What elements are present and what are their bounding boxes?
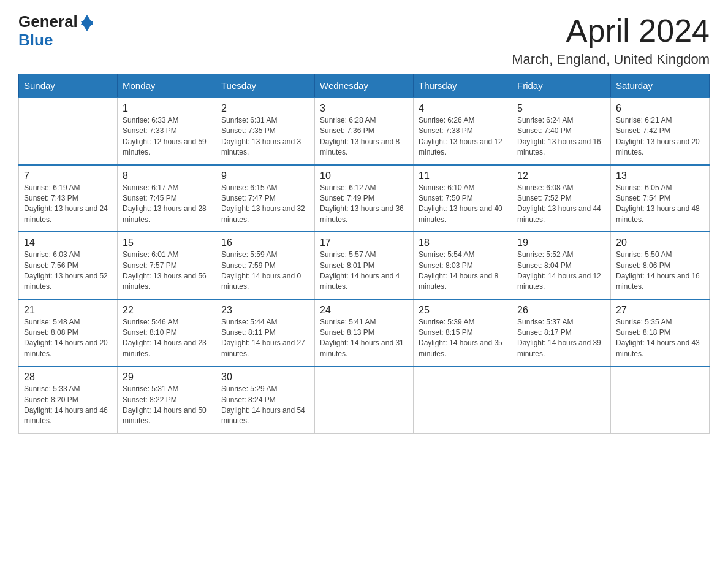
day-header-thursday: Thursday [414, 74, 512, 98]
week-row-4: 21Sunrise: 5:48 AM Sunset: 8:08 PM Dayli… [19, 299, 710, 367]
day-number: 14 [24, 237, 112, 248]
page-header: General Blue April 2024 March, England, … [18, 12, 710, 67]
calendar-cell: 30Sunrise: 5:29 AM Sunset: 8:24 PM Dayli… [216, 366, 315, 433]
day-number: 6 [616, 103, 704, 114]
calendar-cell: 19Sunrise: 5:52 AM Sunset: 8:04 PM Dayli… [512, 232, 611, 299]
day-number: 24 [320, 305, 408, 316]
day-info: Sunrise: 6:10 AM Sunset: 7:50 PM Dayligh… [419, 183, 507, 226]
calendar-cell: 17Sunrise: 5:57 AM Sunset: 8:01 PM Dayli… [315, 232, 414, 299]
title-block: April 2024 March, England, United Kingdo… [512, 12, 710, 67]
day-info: Sunrise: 5:44 AM Sunset: 8:11 PM Dayligh… [221, 317, 309, 360]
day-info: Sunrise: 6:12 AM Sunset: 7:49 PM Dayligh… [320, 183, 408, 226]
day-number: 3 [320, 103, 408, 114]
day-number: 30 [221, 372, 309, 383]
day-info: Sunrise: 5:39 AM Sunset: 8:15 PM Dayligh… [419, 317, 507, 360]
calendar-cell [512, 366, 611, 433]
day-number: 29 [123, 372, 211, 383]
day-header-saturday: Saturday [611, 74, 710, 98]
day-info: Sunrise: 6:31 AM Sunset: 7:35 PM Dayligh… [221, 115, 309, 158]
day-number: 17 [320, 237, 408, 248]
day-info: Sunrise: 6:24 AM Sunset: 7:40 PM Dayligh… [517, 115, 605, 158]
day-info: Sunrise: 6:03 AM Sunset: 7:56 PM Dayligh… [24, 250, 112, 293]
calendar-cell: 14Sunrise: 6:03 AM Sunset: 7:56 PM Dayli… [19, 232, 118, 299]
calendar-cell: 9Sunrise: 6:15 AM Sunset: 7:47 PM Daylig… [216, 165, 315, 232]
calendar-cell [611, 366, 710, 433]
calendar-cell [315, 366, 414, 433]
calendar-cell [414, 366, 512, 433]
day-number: 4 [419, 103, 507, 114]
day-header-tuesday: Tuesday [216, 74, 315, 98]
day-info: Sunrise: 6:01 AM Sunset: 7:57 PM Dayligh… [123, 250, 211, 293]
day-info: Sunrise: 6:17 AM Sunset: 7:45 PM Dayligh… [123, 183, 211, 226]
day-info: Sunrise: 6:19 AM Sunset: 7:43 PM Dayligh… [24, 183, 112, 226]
day-number: 8 [123, 170, 211, 182]
day-info: Sunrise: 5:57 AM Sunset: 8:01 PM Dayligh… [320, 250, 408, 293]
calendar-cell: 1Sunrise: 6:33 AM Sunset: 7:33 PM Daylig… [118, 98, 216, 165]
calendar-cell: 2Sunrise: 6:31 AM Sunset: 7:35 PM Daylig… [216, 98, 315, 165]
day-info: Sunrise: 5:41 AM Sunset: 8:13 PM Dayligh… [320, 317, 408, 360]
day-info: Sunrise: 5:29 AM Sunset: 8:24 PM Dayligh… [221, 384, 309, 427]
day-number: 2 [221, 103, 309, 114]
day-header-friday: Friday [512, 74, 611, 98]
day-number: 28 [24, 372, 112, 383]
calendar-cell: 15Sunrise: 6:01 AM Sunset: 7:57 PM Dayli… [118, 232, 216, 299]
week-row-3: 14Sunrise: 6:03 AM Sunset: 7:56 PM Dayli… [19, 232, 710, 299]
day-number: 26 [517, 305, 605, 316]
calendar-cell: 25Sunrise: 5:39 AM Sunset: 8:15 PM Dayli… [414, 299, 512, 367]
day-number: 11 [419, 170, 507, 182]
calendar-cell: 12Sunrise: 6:08 AM Sunset: 7:52 PM Dayli… [512, 165, 611, 232]
day-info: Sunrise: 5:52 AM Sunset: 8:04 PM Dayligh… [517, 250, 605, 293]
calendar-cell: 6Sunrise: 6:21 AM Sunset: 7:42 PM Daylig… [611, 98, 710, 165]
calendar-cell: 27Sunrise: 5:35 AM Sunset: 8:18 PM Dayli… [611, 299, 710, 367]
calendar-cell: 21Sunrise: 5:48 AM Sunset: 8:08 PM Dayli… [19, 299, 118, 367]
day-number: 13 [616, 170, 704, 182]
calendar-table: SundayMondayTuesdayWednesdayThursdayFrid… [18, 74, 710, 434]
day-info: Sunrise: 5:54 AM Sunset: 8:03 PM Dayligh… [419, 250, 507, 293]
week-row-5: 28Sunrise: 5:33 AM Sunset: 8:20 PM Dayli… [19, 366, 710, 433]
logo-triangle-down [81, 21, 93, 31]
day-info: Sunrise: 5:48 AM Sunset: 8:08 PM Dayligh… [24, 317, 112, 360]
day-info: Sunrise: 5:59 AM Sunset: 7:59 PM Dayligh… [221, 250, 309, 293]
logo-general-text: General [18, 13, 78, 31]
calendar-cell: 3Sunrise: 6:28 AM Sunset: 7:36 PM Daylig… [315, 98, 414, 165]
day-number: 10 [320, 170, 408, 182]
day-info: Sunrise: 6:28 AM Sunset: 7:36 PM Dayligh… [320, 115, 408, 158]
calendar-cell [19, 98, 118, 165]
day-info: Sunrise: 6:05 AM Sunset: 7:54 PM Dayligh… [616, 183, 704, 226]
day-info: Sunrise: 5:50 AM Sunset: 8:06 PM Dayligh… [616, 250, 704, 293]
calendar-cell: 23Sunrise: 5:44 AM Sunset: 8:11 PM Dayli… [216, 299, 315, 367]
calendar-cell: 26Sunrise: 5:37 AM Sunset: 8:17 PM Dayli… [512, 299, 611, 367]
days-header-row: SundayMondayTuesdayWednesdayThursdayFrid… [19, 74, 710, 98]
day-info: Sunrise: 5:31 AM Sunset: 8:22 PM Dayligh… [123, 384, 211, 427]
day-number: 22 [123, 305, 211, 316]
calendar-cell: 18Sunrise: 5:54 AM Sunset: 8:03 PM Dayli… [414, 232, 512, 299]
calendar-cell: 11Sunrise: 6:10 AM Sunset: 7:50 PM Dayli… [414, 165, 512, 232]
logo-blue-text: Blue [18, 31, 93, 49]
calendar-cell: 24Sunrise: 5:41 AM Sunset: 8:13 PM Dayli… [315, 299, 414, 367]
calendar-cell: 20Sunrise: 5:50 AM Sunset: 8:06 PM Dayli… [611, 232, 710, 299]
day-info: Sunrise: 6:21 AM Sunset: 7:42 PM Dayligh… [616, 115, 704, 158]
day-info: Sunrise: 6:33 AM Sunset: 7:33 PM Dayligh… [123, 115, 211, 158]
day-number: 5 [517, 103, 605, 114]
day-number: 19 [517, 237, 605, 248]
calendar-cell: 4Sunrise: 6:26 AM Sunset: 7:38 PM Daylig… [414, 98, 512, 165]
day-number: 9 [221, 170, 309, 182]
day-number: 23 [221, 305, 309, 316]
day-info: Sunrise: 6:26 AM Sunset: 7:38 PM Dayligh… [419, 115, 507, 158]
calendar-cell: 8Sunrise: 6:17 AM Sunset: 7:45 PM Daylig… [118, 165, 216, 232]
calendar-cell: 22Sunrise: 5:46 AM Sunset: 8:10 PM Dayli… [118, 299, 216, 367]
calendar-cell: 10Sunrise: 6:12 AM Sunset: 7:49 PM Dayli… [315, 165, 414, 232]
day-number: 7 [24, 170, 112, 182]
day-header-sunday: Sunday [19, 74, 118, 98]
calendar-subtitle: March, England, United Kingdom [512, 52, 710, 67]
day-info: Sunrise: 5:33 AM Sunset: 8:20 PM Dayligh… [24, 384, 112, 427]
calendar-title: April 2024 [512, 12, 710, 49]
logo-text: General Blue [18, 12, 93, 49]
day-number: 25 [419, 305, 507, 316]
day-info: Sunrise: 6:08 AM Sunset: 7:52 PM Dayligh… [517, 183, 605, 226]
day-number: 20 [616, 237, 704, 248]
logo: General Blue [18, 12, 93, 49]
day-number: 12 [517, 170, 605, 182]
day-number: 21 [24, 305, 112, 316]
day-info: Sunrise: 5:46 AM Sunset: 8:10 PM Dayligh… [123, 317, 211, 360]
